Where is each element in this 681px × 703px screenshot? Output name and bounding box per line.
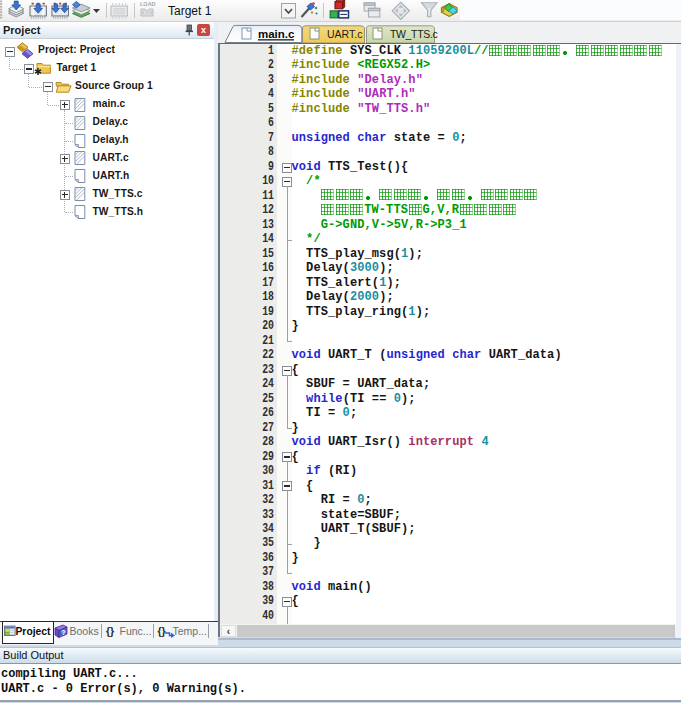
- svg-text:LOAD: LOAD: [140, 1, 156, 7]
- svg-text:UART.c: UART.c: [327, 28, 362, 40]
- svg-text:TW_TTS.c: TW_TTS.c: [390, 28, 437, 40]
- svg-text:?: ?: [62, 628, 66, 635]
- svg-text:main.c: main.c: [258, 28, 295, 40]
